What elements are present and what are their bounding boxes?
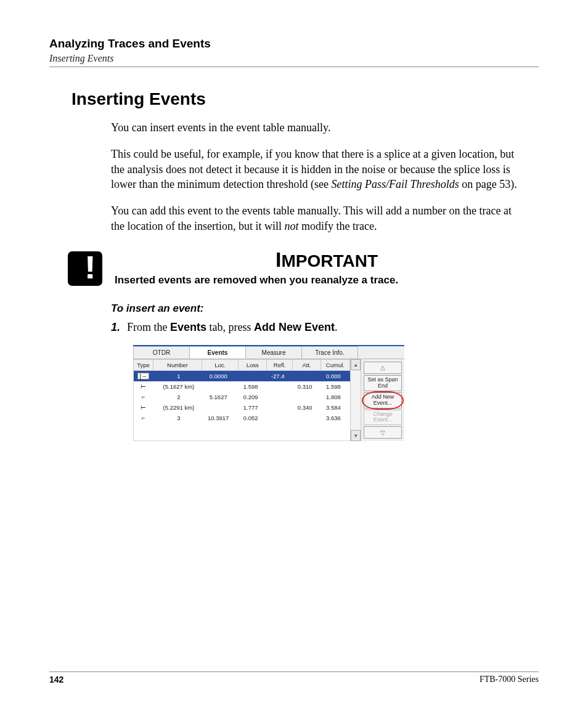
important-body: Inserted events are removed when you rea… xyxy=(115,274,539,286)
paragraph-3b: modify the trace. xyxy=(298,220,377,232)
cell-att xyxy=(293,392,321,402)
step-1-number: 1. xyxy=(111,321,127,334)
product-name: FTB-7000 Series xyxy=(480,675,539,684)
cell-loc: 10.3917 xyxy=(202,413,239,423)
table-row[interactable]: ⌐ 3 10.3917 0.052 3.636 xyxy=(134,413,350,423)
events-table: Type Number Loc. Loss Refl. Att. Cumul. xyxy=(133,359,350,424)
nav-down-button[interactable] xyxy=(364,426,402,439)
cell-cumul: 3.584 xyxy=(321,402,349,413)
cell-cumul: 3.636 xyxy=(321,413,349,423)
paragraph-3-not: not xyxy=(284,220,298,232)
table-scrollbar[interactable]: ▴ ▾ xyxy=(351,359,361,441)
table-row[interactable]: ⌐ 2 5.1627 0.209 1.808 xyxy=(134,392,350,402)
cell-att: 0.310 xyxy=(293,381,321,392)
cell-refl xyxy=(266,402,293,413)
paragraph-2: This could be useful, for example, if yo… xyxy=(111,147,526,192)
set-span-end-button[interactable]: Set as Span End xyxy=(364,375,402,391)
cell-loss: 1.598 xyxy=(239,381,266,392)
cell-loss xyxy=(239,370,266,381)
page-heading: Inserting Events xyxy=(71,89,539,109)
cell-loc: 0.0000 xyxy=(202,370,239,381)
col-loc[interactable]: Loc. xyxy=(202,359,239,370)
cell-cumul: 1.598 xyxy=(321,381,349,392)
procedure-title: To insert an event: xyxy=(111,302,526,315)
paragraph-2-ref: Setting Pass/Fail Thresholds xyxy=(331,178,459,190)
add-new-event-button[interactable]: Add New Event... xyxy=(364,392,402,408)
table-row[interactable]: ⊢ (5.1627 km) 1.598 0.310 1.598 xyxy=(134,381,350,392)
cell-refl: -27.4 xyxy=(266,370,293,381)
table-row[interactable]: [→ 1 0.0000 -27.4 0.000 xyxy=(134,370,350,381)
paragraph-1: You can insert events in the event table… xyxy=(111,120,526,136)
cell-number: 2 xyxy=(153,392,202,402)
cell-loss: 0.209 xyxy=(239,392,266,402)
cell-loss: 1.777 xyxy=(239,402,266,413)
col-number[interactable]: Number xyxy=(153,359,202,370)
cell-loc xyxy=(202,381,239,392)
scroll-up-icon[interactable]: ▴ xyxy=(351,359,361,370)
col-att[interactable]: Att. xyxy=(293,359,321,370)
cell-att: 0.340 xyxy=(293,402,321,413)
cell-loc xyxy=(202,402,239,413)
col-loss[interactable]: Loss xyxy=(239,359,266,370)
cell-att xyxy=(293,370,321,381)
event-type-icon: ⊢ xyxy=(134,402,153,413)
step-1-text: From the Events tab, press Add New Event… xyxy=(127,321,338,334)
cell-number: (5.2291 km) xyxy=(153,402,202,413)
col-refl[interactable]: Refl. xyxy=(266,359,293,370)
event-type-icon: ⌐ xyxy=(134,392,153,402)
cell-refl xyxy=(266,392,293,402)
cell-att xyxy=(293,413,321,423)
ui-tabstrip: OTDR Events Measure Trace Info. xyxy=(133,346,404,359)
tab-traceinfo[interactable]: Trace Info. xyxy=(301,346,358,359)
cell-refl xyxy=(266,413,293,423)
event-type-icon: ⊢ xyxy=(134,381,153,392)
change-event-button: Change Event... xyxy=(364,410,402,426)
header-rule xyxy=(49,67,539,67)
cell-cumul: 1.808 xyxy=(321,392,349,402)
col-cumul[interactable]: Cumul. xyxy=(321,359,349,370)
nav-up-button[interactable] xyxy=(364,362,402,374)
chapter-title: Analyzing Traces and Events xyxy=(49,37,539,51)
scroll-down-icon[interactable]: ▾ xyxy=(351,430,361,441)
cell-number: 1 xyxy=(153,370,202,381)
tab-measure[interactable]: Measure xyxy=(245,346,302,359)
important-title: IMPORTANT xyxy=(115,248,539,272)
tab-otdr[interactable]: OTDR xyxy=(133,346,190,359)
cell-refl xyxy=(266,381,293,392)
ui-screenshot: OTDR Events Measure Trace Info. Type Num… xyxy=(133,345,404,441)
side-button-panel: Set as Span End Add New Event... Change … xyxy=(361,359,404,441)
event-type-icon: ⌐ xyxy=(134,413,153,423)
paragraph-2b: on page 53). xyxy=(459,178,517,190)
cell-loss: 0.052 xyxy=(239,413,266,423)
cell-number: 3 xyxy=(153,413,202,423)
page-number: 142 xyxy=(49,675,63,684)
paragraph-3: You can add this event to the events tab… xyxy=(111,203,526,234)
cell-loc: 5.1627 xyxy=(202,392,239,402)
cell-cumul: 0.000 xyxy=(321,370,349,381)
event-type-icon: [→ xyxy=(137,373,149,380)
important-icon: !! xyxy=(68,251,102,286)
section-subtitle: Inserting Events xyxy=(49,53,539,64)
footer-rule xyxy=(49,671,539,672)
col-type[interactable]: Type xyxy=(134,359,153,370)
table-row[interactable]: ⊢ (5.2291 km) 1.777 0.340 3.584 xyxy=(134,402,350,413)
tab-events[interactable]: Events xyxy=(189,346,246,359)
step-1: 1. From the Events tab, press Add New Ev… xyxy=(111,321,526,334)
cell-number: (5.1627 km) xyxy=(153,381,202,392)
